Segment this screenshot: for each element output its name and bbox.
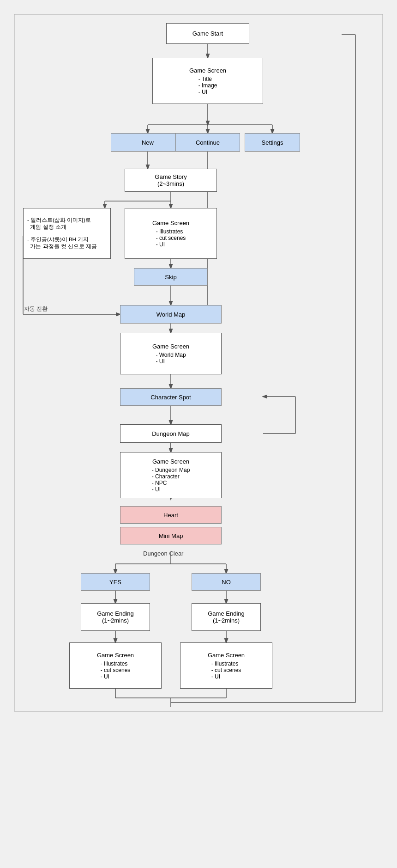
no-box[interactable]: NO [192, 573, 261, 591]
continue-button-box[interactable]: Continue [175, 133, 240, 152]
yes-box[interactable]: YES [81, 573, 150, 591]
game-story-box: Game Story(2~3mins) [125, 169, 217, 192]
character-spot-label: Character Spot [150, 394, 191, 401]
game-screen-no-box: Game Screen - Illustrates - cut scenes -… [180, 642, 272, 689]
game-screen-1-list: - Title - Image - UI [198, 76, 217, 95]
heart-box[interactable]: Heart [120, 506, 222, 524]
dungeon-clear-label: Dungeon Clear [143, 550, 183, 557]
game-screen-no-list: - Illustrates - cut scenes - UI [211, 660, 241, 680]
game-story-label: Game Story(2~3mins) [155, 173, 186, 187]
settings-label: Settings [262, 139, 283, 146]
note-box: - 일러스트(삽화 이미지)로 게임 설정 소개 - 주인공(샤롯)이 BH 기… [23, 208, 111, 259]
new-label: New [142, 139, 154, 146]
game-screen-3-title: Game Screen [152, 343, 189, 350]
game-screen-2-box: Game Screen - Illustrates - cut scenes -… [125, 208, 217, 259]
character-spot-box[interactable]: Character Spot [120, 388, 222, 406]
heart-label: Heart [163, 512, 178, 519]
game-screen-1-title: Game Screen [189, 67, 226, 74]
game-screen-4-box: Game Screen - Dungeon Map - Character - … [120, 452, 222, 498]
skip-label: Skip [165, 274, 176, 281]
game-ending-yes-box: Game Ending(1~2mins) [81, 603, 150, 631]
continue-label: Continue [196, 139, 220, 146]
game-screen-yes-list: - Illustrates - cut scenes - UI [101, 660, 131, 680]
dungeon-map-box: Dungeon Map [120, 424, 222, 443]
game-ending-no-label: Game Ending(1~2mins) [208, 610, 245, 624]
game-ending-yes-label: Game Ending(1~2mins) [97, 610, 134, 624]
dungeon-map-label: Dungeon Map [152, 430, 190, 437]
game-screen-4-list: - Dungeon Map - Character - NPC - UI [152, 467, 190, 493]
yes-label: YES [109, 579, 121, 586]
bottom-merge-arrows [69, 689, 272, 707]
game-screen-yes-box: Game Screen - Illustrates - cut scenes -… [69, 642, 162, 689]
game-screen-3-list: - World Map - UI [156, 352, 186, 365]
game-start-label: Game Start [192, 30, 223, 37]
world-map-label: World Map [156, 311, 186, 318]
game-screen-2-list: - Illustrates - cut scenes - UI [156, 228, 186, 248]
game-screen-3-box: Game Screen - World Map - UI [120, 333, 222, 374]
settings-button-box[interactable]: Settings [245, 133, 300, 152]
no-label: NO [222, 579, 231, 586]
game-screen-4-title: Game Screen [152, 458, 189, 465]
game-screen-2-title: Game Screen [152, 220, 189, 226]
game-ending-no-box: Game Ending(1~2mins) [192, 603, 261, 631]
world-map-box[interactable]: World Map [120, 305, 222, 324]
mini-map-label: Mini Map [159, 532, 183, 539]
game-start-box: Game Start [166, 23, 249, 44]
mini-map-box[interactable]: Mini Map [120, 527, 222, 544]
game-screen-no-title: Game Screen [208, 652, 245, 659]
new-button-box[interactable]: New [111, 133, 185, 152]
flowchart-diagram: Game Start Game Screen - Title - Image -… [9, 9, 388, 860]
auto-transition-label: 자동 전환 [24, 305, 48, 313]
skip-button-box[interactable]: Skip [134, 268, 208, 286]
game-screen-1-box: Game Screen - Title - Image - UI [152, 58, 263, 104]
note-text: - 일러스트(삽화 이미지)로 게임 설정 소개 - 주인공(샤롯)이 BH 기… [27, 217, 97, 250]
game-screen-yes-title: Game Screen [97, 652, 134, 659]
